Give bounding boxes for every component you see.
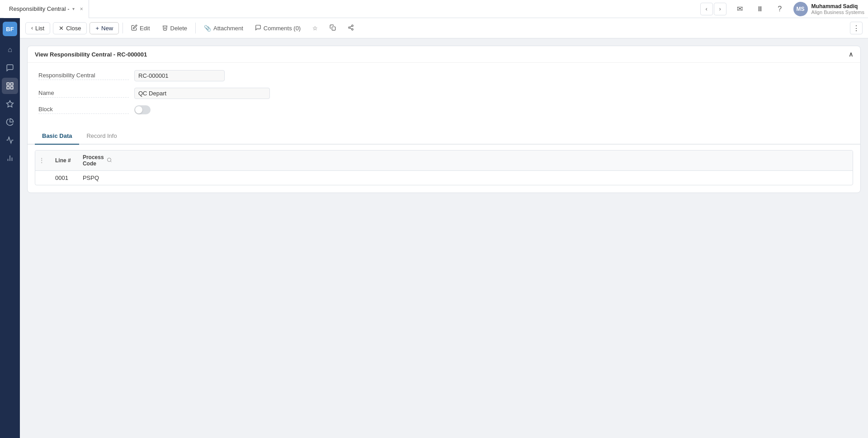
sidebar-item-chat[interactable] — [2, 60, 18, 76]
svg-line-12 — [350, 28, 352, 28]
top-bar-right: ‹ › ✉ ⏸ ? MS Muhammad Sadiq Align Busine… — [700, 2, 864, 16]
responsibility-central-label: Responsibility Central — [38, 72, 129, 80]
name-row: Name — [38, 88, 849, 99]
responsibility-central-row: Responsibility Central — [38, 70, 849, 81]
delete-icon — [162, 24, 168, 32]
star-icon: ☆ — [312, 25, 318, 32]
sidebar-item-bar-chart[interactable] — [2, 150, 18, 166]
toolbar: ‹ List ✕ Close + New Edit — [20, 18, 868, 38]
attachment-label: Attachment — [213, 25, 243, 32]
copy-icon — [330, 24, 336, 32]
edit-label: Edit — [140, 25, 150, 32]
edit-button[interactable]: Edit — [127, 22, 154, 34]
help-icon[interactable]: ? — [774, 3, 786, 15]
svg-rect-2 — [7, 87, 9, 89]
user-profile[interactable]: MS Muhammad Sadiq Align Business Systems — [793, 2, 864, 16]
list-icon: ‹ — [31, 25, 33, 31]
svg-rect-0 — [7, 83, 9, 85]
svg-point-10 — [349, 27, 350, 28]
block-label: Block — [38, 106, 129, 114]
tab-record-info[interactable]: Record Info — [79, 128, 124, 145]
more-options-button[interactable]: ⋮ — [850, 22, 863, 34]
sidebar-item-chart-pie[interactable] — [2, 114, 18, 130]
comments-icon — [255, 24, 261, 32]
collapse-icon[interactable]: ∧ — [849, 51, 853, 58]
col-handle-cell: ⋮ — [35, 151, 50, 171]
new-button[interactable]: + New — [90, 22, 119, 34]
favorite-button[interactable]: ☆ — [308, 23, 322, 34]
tab-dropdown[interactable]: ▾ — [72, 6, 75, 11]
app-logo[interactable]: BF — [3, 22, 17, 36]
tab-close[interactable]: × — [80, 6, 83, 12]
share-button[interactable] — [343, 22, 359, 34]
svg-marker-4 — [7, 101, 14, 107]
sidebar-item-home[interactable]: ⌂ — [2, 42, 18, 58]
avatar: MS — [793, 2, 808, 16]
tab-title: Responsibility Central - — [9, 5, 70, 12]
page-content: View Responsibility Central - RC-000001 … — [20, 38, 868, 438]
form-card-header: View Responsibility Central - RC-000001 … — [28, 46, 860, 63]
tab-bar: Basic Data Record Info — [28, 128, 860, 145]
svg-point-9 — [352, 25, 354, 27]
delete-button[interactable]: Delete — [157, 22, 192, 34]
user-details: Muhammad Sadiq Align Business Systems — [811, 3, 864, 15]
next-button[interactable]: › — [714, 3, 726, 15]
new-icon: + — [95, 25, 99, 32]
pause-icon[interactable]: ⏸ — [754, 3, 766, 15]
delete-label: Delete — [170, 25, 188, 32]
edit-icon — [131, 24, 137, 32]
svg-rect-1 — [11, 83, 13, 85]
user-name: Muhammad Sadiq — [811, 3, 864, 9]
col-line-number[interactable]: Line # — [50, 151, 77, 171]
nav-arrows: ‹ › — [700, 3, 726, 15]
share-icon — [348, 24, 354, 32]
col-drag-handle: ⋮ — [39, 157, 44, 164]
mail-icon[interactable]: ✉ — [734, 3, 746, 15]
toggle-knob — [135, 106, 142, 113]
sidebar-item-star[interactable] — [2, 96, 18, 112]
row-line-number: 0001 — [50, 171, 77, 185]
block-row: Block — [38, 105, 849, 114]
svg-point-14 — [107, 158, 111, 161]
sidebar: BF ⌂ — [0, 18, 20, 438]
svg-rect-3 — [11, 87, 13, 89]
browser-tab[interactable]: Responsibility Central - ▾ × — [4, 0, 89, 18]
toolbar-divider-1 — [123, 23, 123, 33]
sidebar-item-grid[interactable] — [2, 78, 18, 94]
row-handle-cell — [35, 171, 50, 185]
svg-line-13 — [350, 26, 352, 27]
tab-basic-data[interactable]: Basic Data — [35, 128, 79, 145]
form-card-body: Responsibility Central Name Block — [28, 63, 860, 128]
table-section: ⋮ Line # Process Code — [28, 145, 860, 193]
prev-button[interactable]: ‹ — [700, 3, 713, 15]
list-label: List — [35, 25, 44, 32]
content-area: ‹ List ✕ Close + New Edit — [20, 18, 868, 438]
sidebar-item-activity[interactable] — [2, 132, 18, 148]
block-toggle[interactable] — [134, 105, 151, 114]
svg-rect-8 — [332, 27, 335, 30]
new-label: New — [101, 25, 113, 32]
close-button[interactable]: ✕ Close — [53, 22, 87, 34]
table-container: ⋮ Line # Process Code — [35, 150, 853, 185]
form-card: View Responsibility Central - RC-000001 … — [27, 46, 861, 193]
responsibility-central-input[interactable] — [134, 70, 225, 81]
copy-button[interactable] — [325, 22, 340, 34]
comments-label: Comments (0) — [264, 25, 301, 32]
page-header-title: View Responsibility Central - RC-000001 — [35, 51, 147, 58]
row-extra — [118, 171, 853, 185]
close-label: Close — [66, 25, 81, 32]
attachment-button[interactable]: 📎 Attachment — [199, 23, 248, 34]
name-input[interactable] — [134, 88, 270, 99]
user-company: Align Business Systems — [811, 9, 864, 15]
col-line-number-label: Line # — [55, 157, 71, 164]
svg-point-11 — [352, 28, 354, 30]
list-button[interactable]: ‹ List — [25, 22, 50, 34]
top-bar: Responsibility Central - ▾ × ‹ › ✉ ⏸ ? M… — [0, 0, 868, 18]
comments-button[interactable]: Comments (0) — [250, 22, 305, 34]
svg-line-15 — [110, 161, 111, 162]
col-process-code[interactable]: Process Code — [77, 151, 118, 171]
col-process-code-label: Process Code — [83, 154, 104, 167]
search-col-icon[interactable] — [107, 157, 112, 164]
main-layout: BF ⌂ ‹ List ✕ Close — [0, 18, 868, 438]
name-label: Name — [38, 89, 129, 98]
